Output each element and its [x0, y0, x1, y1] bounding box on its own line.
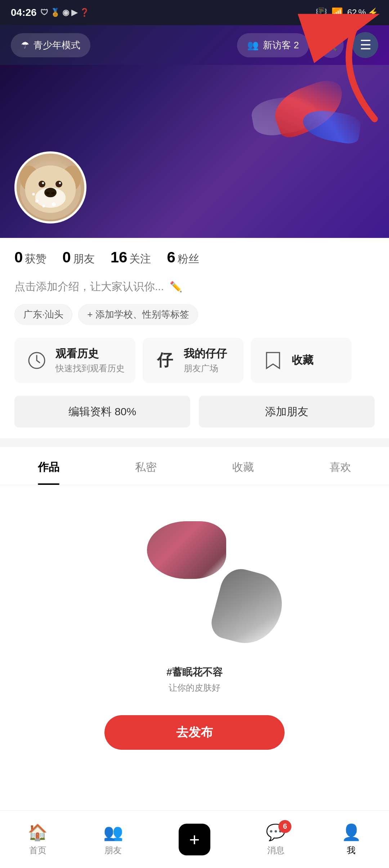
publish-button[interactable]: 去发布	[104, 715, 285, 750]
profile-info: 0 获赞 0 朋友 16 关注 6 粉丝 点击添加介绍，让大家认识你... ✏️…	[0, 238, 389, 438]
avatar	[17, 154, 84, 221]
nav-friends-icon: 👥	[103, 823, 123, 842]
bookmark-text: 收藏	[292, 353, 313, 368]
preview-brush-stroke-1	[147, 521, 226, 579]
stats-row: 0 获赞 0 朋友 16 关注 6 粉丝	[14, 249, 375, 266]
friends-count: 0	[62, 249, 71, 266]
nav-friends-label: 朋友	[104, 845, 122, 856]
followers-count: 6	[167, 249, 175, 266]
home-icon: 🏠	[28, 823, 48, 842]
add-tag-button[interactable]: + 添加学校、性别等标签	[78, 304, 198, 325]
tab-private-label: 私密	[135, 461, 157, 473]
stat-likes[interactable]: 0 获赞	[14, 249, 46, 266]
vibrate-icon: 📳	[316, 7, 327, 18]
quick-item-history[interactable]: 观看历史 快速找到观看历史	[14, 338, 135, 383]
brush-stroke-blue	[300, 107, 362, 146]
plus-icon: +	[189, 829, 200, 850]
nav-create[interactable]: +	[168, 818, 221, 861]
bottom-nav: 🏠 首页 👥 朋友 + 💬 6 消息 👤 我	[0, 810, 389, 868]
nav-me-label: 我	[347, 845, 356, 856]
friends-square-icon: 仔	[153, 349, 176, 372]
status-bar: 04:26 🛡 🏅 ◉ ▶ ❓ 📳 📶 62 % ⚡	[0, 0, 389, 25]
avatar-container[interactable]	[14, 151, 86, 223]
content-area: #蓄眠花不容 让你的皮肤好 去发布	[0, 485, 389, 829]
header-right: 👥 新访客 2 🔍 ☰	[237, 32, 378, 58]
status-icons-left: 🛡 🏅 ◉ ▶ ❓	[40, 8, 89, 17]
preview-brush-stroke-2	[208, 564, 289, 651]
friends-label: 朋友	[73, 252, 95, 266]
likes-count: 0	[14, 249, 23, 266]
nav-me-icon: 👤	[341, 823, 361, 842]
add-friend-button[interactable]: 添加朋友	[199, 396, 375, 428]
time-display: 04:26	[11, 7, 37, 18]
tab-works-label: 作品	[38, 461, 59, 473]
svg-point-8	[42, 182, 44, 184]
friends-subtitle: 朋友广场	[184, 363, 227, 374]
nav-me[interactable]: 👤 我	[331, 817, 372, 862]
umbrella-icon: ☂	[21, 40, 29, 51]
svg-point-12	[52, 192, 55, 195]
stat-followers[interactable]: 6 粉丝	[167, 249, 199, 266]
battery-container: 62 % ⚡	[347, 8, 378, 18]
edit-profile-button[interactable]: 编辑资料 80%	[14, 396, 190, 428]
wifi-icon: 📶	[331, 7, 343, 18]
battery-percent: 62	[347, 8, 357, 18]
nav-messages-label: 消息	[267, 845, 285, 856]
bio-row[interactable]: 点击添加介绍，让大家认识你... ✏️	[14, 279, 375, 294]
location-tag[interactable]: 广东·汕头	[14, 304, 72, 325]
youth-mode-button[interactable]: ☂ 青少年模式	[11, 33, 90, 57]
quick-item-bookmark[interactable]: 收藏	[251, 338, 352, 383]
post-caption-sub: 让你的皮肤好	[86, 682, 303, 694]
message-badge: 6	[278, 820, 291, 833]
quick-item-friends[interactable]: 仔 我的仔仔 朋友广场	[143, 338, 243, 383]
clock-icon	[25, 349, 48, 372]
tags-row: 广东·汕头 + 添加学校、性别等标签	[14, 304, 375, 325]
visitor-button[interactable]: 👥 新访客 2	[237, 33, 309, 57]
followers-label: 粉丝	[178, 252, 199, 266]
bookmark-icon	[261, 349, 285, 372]
status-time: 04:26 🛡 🏅 ◉ ▶ ❓	[11, 7, 89, 18]
create-button[interactable]: +	[179, 824, 210, 855]
tab-private[interactable]: 私密	[97, 447, 194, 485]
nav-friends[interactable]: 👥 朋友	[93, 817, 134, 862]
app-container: 04:26 🛡 🏅 ◉ ▶ ❓ 📳 📶 62 % ⚡ ☂ 青少年模式 👥 新访客…	[0, 0, 389, 829]
profile-tabs: 作品 私密 收藏 喜欢	[0, 447, 389, 485]
svg-point-13	[35, 199, 39, 203]
add-tag-label: + 添加学校、性别等标签	[87, 308, 189, 321]
friends-title: 我的仔仔	[184, 346, 227, 361]
search-button[interactable]: 🔍	[318, 32, 344, 58]
svg-point-15	[52, 202, 56, 206]
tab-works[interactable]: 作品	[0, 447, 97, 485]
history-text: 观看历史 快速找到观看历史	[55, 346, 125, 374]
post-preview: #蓄眠花不容 让你的皮肤好	[86, 514, 303, 694]
tab-favorites[interactable]: 收藏	[194, 447, 292, 485]
stat-following[interactable]: 16 关注	[111, 249, 151, 266]
history-subtitle: 快速找到观看历史	[55, 363, 125, 374]
svg-point-14	[42, 205, 45, 208]
nav-home-label: 首页	[29, 845, 46, 856]
bookmark-title: 收藏	[292, 353, 313, 368]
people-icon: 👥	[247, 40, 259, 51]
svg-point-6	[39, 181, 45, 187]
following-count: 16	[111, 249, 128, 266]
menu-button[interactable]: ☰	[352, 32, 378, 58]
svg-point-11	[46, 192, 49, 195]
svg-point-16	[32, 193, 35, 196]
svg-point-9	[59, 182, 61, 184]
history-title: 观看历史	[55, 346, 125, 361]
quick-access-row: 观看历史 快速找到观看历史 仔 我的仔仔 朋友广场 收藏	[14, 338, 375, 383]
stat-friends[interactable]: 0 朋友	[62, 249, 94, 266]
tab-favorites-label: 收藏	[232, 461, 254, 473]
nav-messages[interactable]: 💬 6 消息	[255, 817, 296, 862]
likes-label: 获赞	[25, 252, 46, 266]
tab-likes[interactable]: 喜欢	[292, 447, 389, 485]
status-icons-right: 📳 📶 62 % ⚡	[316, 7, 378, 18]
action-buttons: 编辑资料 80% 添加朋友	[14, 396, 375, 428]
profile-banner	[0, 65, 389, 238]
tab-likes-label: 喜欢	[330, 461, 351, 473]
app-header: ☂ 青少年模式 👥 新访客 2 🔍 ☰	[0, 25, 389, 65]
nav-home[interactable]: 🏠 首页	[17, 817, 58, 862]
svg-point-7	[55, 181, 62, 187]
post-caption: #蓄眠花不容 让你的皮肤好	[86, 665, 303, 694]
edit-bio-icon[interactable]: ✏️	[170, 281, 182, 293]
